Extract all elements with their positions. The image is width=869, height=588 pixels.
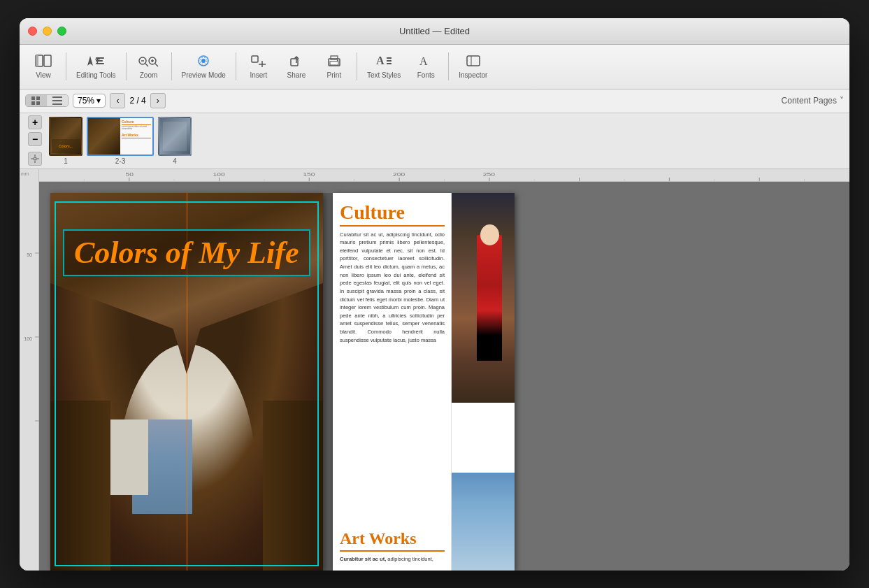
- view-toggle: [25, 94, 69, 107]
- svg-rect-34: [31, 96, 35, 100]
- svg-text:A: A: [376, 55, 385, 66]
- maximize-button[interactable]: [57, 27, 66, 36]
- close-button[interactable]: [28, 27, 37, 36]
- text-styles-label: Text Styles: [367, 71, 401, 79]
- content-pages-label: Content Pages: [782, 96, 837, 106]
- print-button[interactable]: Print: [316, 52, 352, 82]
- zoom-dropdown-icon: ▾: [96, 96, 101, 106]
- zoom-selector[interactable]: 75% ▾: [73, 94, 106, 108]
- art-works-title: Art Works: [340, 529, 445, 548]
- svg-text:T: T: [95, 57, 100, 66]
- thumbnail-label: 1: [64, 157, 68, 165]
- prev-page-button[interactable]: ‹: [110, 93, 125, 108]
- title-bar: Untitled — Edited: [20, 18, 849, 45]
- svg-text:250: 250: [483, 171, 495, 178]
- editing-tools-icon: T: [85, 55, 107, 69]
- thumbnail-item[interactable]: 4: [158, 117, 192, 165]
- thumbnail-item[interactable]: Colors... 1: [49, 117, 82, 165]
- zoom-label: Zoom: [140, 71, 158, 79]
- text-styles-button[interactable]: A Text Styles: [361, 52, 406, 82]
- print-icon: [326, 55, 343, 69]
- column-divider: [451, 193, 452, 571]
- fonts-button[interactable]: A Fonts: [408, 52, 444, 82]
- minimize-button[interactable]: [43, 27, 52, 36]
- separator-4: [236, 52, 236, 80]
- art-works-text: Curabitur sit ac ut, adipiscing tincidun…: [340, 555, 445, 563]
- right-page-content: Culture Curabitur sit ac ut, adipiscing …: [333, 193, 452, 360]
- content-pages-chevron: ˅: [840, 96, 844, 106]
- preview-mode-button[interactable]: Preview Mode: [176, 52, 231, 82]
- text-styles-icon: A: [375, 55, 393, 69]
- sidebar-controls: + −: [28, 115, 42, 166]
- page-title: Colors of My Life: [74, 235, 299, 271]
- right-page: Culture Curabitur sit ac ut, adipiscing …: [333, 193, 515, 571]
- svg-text:A: A: [419, 55, 428, 67]
- svg-text:150: 150: [303, 171, 315, 178]
- share-button[interactable]: Share: [278, 52, 315, 82]
- canvas-viewport[interactable]: Colors of My Life: [39, 182, 849, 571]
- view-label: View: [36, 71, 51, 79]
- svg-rect-36: [31, 101, 35, 105]
- insert-icon: [250, 55, 268, 69]
- list-view-button[interactable]: [47, 95, 68, 106]
- svg-rect-37: [36, 101, 40, 105]
- svg-point-16: [201, 59, 206, 63]
- page-spread: Colors of My Life: [50, 193, 515, 571]
- next-page-button[interactable]: ›: [150, 93, 166, 108]
- thumbnail-label: 4: [173, 157, 177, 165]
- culture-title: Culture: [340, 203, 445, 222]
- svg-point-41: [34, 157, 36, 160]
- svg-point-26: [337, 59, 338, 61]
- svg-rect-18: [252, 56, 258, 62]
- zoom-out-button[interactable]: −: [28, 132, 42, 146]
- preview-label: Preview Mode: [182, 71, 226, 79]
- zoom-in-button[interactable]: +: [28, 115, 42, 129]
- separator-5: [357, 52, 357, 80]
- title-text-box[interactable]: Colors of My Life: [63, 229, 310, 276]
- svg-text:200: 200: [393, 171, 405, 178]
- svg-marker-3: [87, 56, 93, 66]
- svg-rect-38: [52, 96, 62, 98]
- svg-rect-24: [330, 62, 338, 65]
- svg-rect-32: [467, 56, 480, 66]
- share-icon: [289, 55, 304, 69]
- toolbar: View T Editing Tools: [20, 45, 849, 89]
- svg-text:100: 100: [213, 171, 225, 178]
- insert-label: Insert: [250, 71, 267, 79]
- ruler-unit: mm: [21, 171, 29, 176]
- svg-rect-30: [387, 63, 392, 64]
- ruler-top: 50 100 150 200 250: [39, 169, 849, 182]
- svg-line-12: [155, 64, 158, 66]
- page-arrows: ‹ 2 / 4 ›: [110, 93, 165, 108]
- separator-1: [66, 52, 66, 80]
- zoom-icon: [138, 55, 160, 69]
- share-label: Share: [287, 71, 306, 79]
- separator-3: [171, 52, 172, 80]
- inspector-label: Inspector: [459, 71, 487, 79]
- ruler-left: mm 50 100: [20, 169, 39, 571]
- svg-rect-1: [44, 55, 51, 66]
- editing-tools-button[interactable]: T Editing Tools: [71, 52, 122, 82]
- traffic-lights: [28, 27, 66, 36]
- main-area: 50 100 150 200 250 mm 50 100: [20, 169, 849, 571]
- preview-icon: [196, 55, 211, 69]
- view-button[interactable]: View: [25, 52, 62, 82]
- separator-2: [126, 52, 127, 80]
- fonts-icon: A: [418, 55, 433, 69]
- settings-button[interactable]: [28, 152, 42, 166]
- thumbnail-item[interactable]: Culture Lorem ipsum dolor sit amet conse…: [87, 117, 154, 165]
- zoom-button[interactable]: Zoom: [131, 52, 167, 82]
- right-image-top: [452, 193, 515, 403]
- separator-6: [448, 52, 449, 80]
- window-title: Untitled — Edited: [399, 26, 470, 36]
- culture-divider: [340, 225, 445, 227]
- inspector-button[interactable]: Inspector: [453, 52, 493, 82]
- zoom-value: 75%: [78, 96, 94, 106]
- culture-text: Curabitur sit ac ut, adipiscing tincidun…: [340, 231, 445, 345]
- grid-view-button[interactable]: [26, 95, 47, 106]
- view-icon: [35, 55, 52, 69]
- svg-rect-35: [36, 96, 40, 100]
- art-divider: [340, 550, 445, 552]
- insert-button[interactable]: Insert: [240, 52, 277, 82]
- page-number: 2 / 4: [127, 96, 148, 106]
